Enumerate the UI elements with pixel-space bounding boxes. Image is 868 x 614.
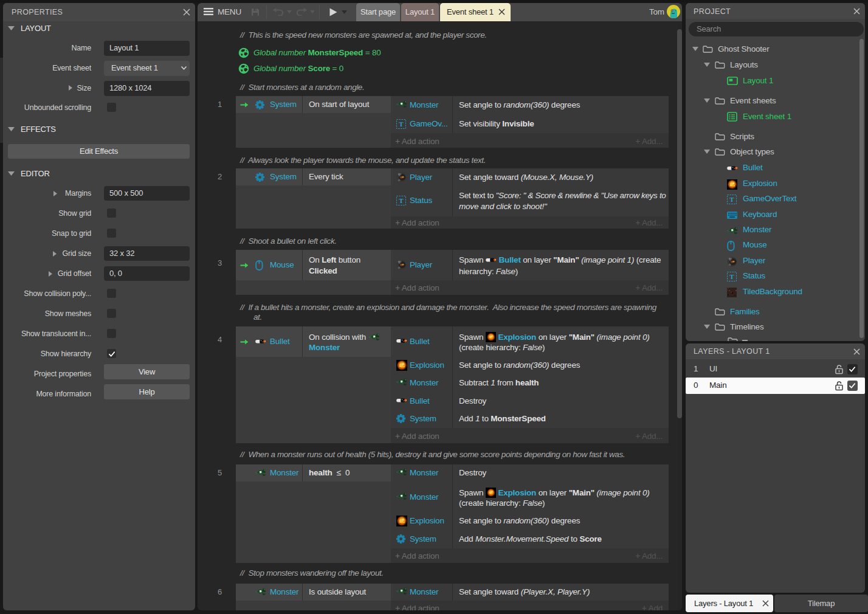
svg-text:T: T	[729, 273, 734, 280]
svg-text:T: T	[399, 120, 404, 128]
svg-text:T: T	[399, 197, 404, 204]
svg-text:T: T	[729, 196, 734, 203]
